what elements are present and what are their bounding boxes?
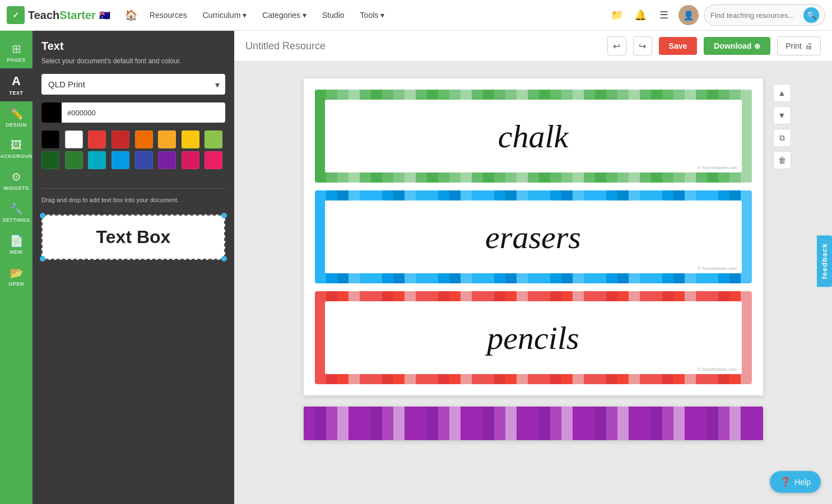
sidebar-label-background: BACKGROUND [0, 153, 36, 159]
color-palette [41, 130, 225, 169]
sidebar-item-open[interactable]: 📂 OPEN [0, 260, 32, 292]
nav-tools[interactable]: Tools ▾ [357, 8, 388, 22]
flag-icon: 🇦🇺 [99, 10, 110, 21]
handle-top-right[interactable] [221, 213, 227, 218]
color-swatch-yellow[interactable] [182, 130, 199, 148]
move-down-button[interactable]: ▼ [773, 106, 791, 124]
help-button[interactable]: ❓ Help [770, 471, 821, 493]
sidebar-icons: ⊞ PAGES A TEXT ✏️ DESIGN 🖼 BACKGROUND ⚙ … [0, 31, 32, 504]
logo[interactable]: ✓ TeachStarter 🇦🇺 [7, 6, 110, 24]
label-card-pencils: pencils © TeachStarter.com [315, 291, 752, 384]
handle-bottom-left[interactable] [40, 256, 45, 262]
save-button[interactable]: Save [659, 37, 698, 55]
sidebar-label-new: NEW [10, 249, 23, 255]
search-button[interactable]: 🔍 [803, 7, 819, 23]
sidebar-label-design: DESIGN [6, 122, 27, 128]
redo-button[interactable]: ↪ [633, 36, 652, 55]
text-box-preview[interactable]: Text Box [41, 214, 225, 260]
help-circle-icon: ❓ [780, 477, 791, 487]
sidebar-label-open: OPEN [8, 281, 24, 287]
print-icon: 🖨 [805, 41, 812, 50]
sidebar-item-text[interactable]: A TEXT [0, 68, 32, 101]
delete-button[interactable]: 🗑 [773, 151, 791, 169]
duplicate-button[interactable]: ⧉ [773, 129, 791, 147]
color-input-row [41, 102, 225, 123]
sidebar-label-text: TEXT [9, 90, 23, 96]
sidebar-item-new[interactable]: 📄 NEW [0, 228, 32, 260]
label-bg-red: pencils © TeachStarter.com [315, 291, 752, 384]
color-swatch[interactable] [41, 102, 62, 123]
color-swatch-dark-red[interactable] [111, 130, 129, 148]
feedback-tab[interactable]: feedback [817, 235, 832, 287]
panel-title: Text [41, 40, 225, 53]
color-swatch-purple[interactable] [158, 151, 176, 169]
handle-top-left[interactable] [40, 213, 45, 218]
sidebar-item-settings[interactable]: 🔧 SETTINGS [0, 197, 32, 228]
color-swatch-white[interactable] [65, 130, 83, 148]
help-label: Help [794, 478, 811, 487]
document-wrapper-1: chalk © TeachStarter.com erasers © Teach… [304, 78, 763, 395]
move-up-button[interactable]: ▲ [773, 84, 791, 102]
text-box-label: Text Box [96, 227, 171, 248]
sidebar-item-background[interactable]: 🖼 BACKGROUND [0, 133, 32, 165]
open-icon: 📂 [10, 266, 24, 279]
avatar[interactable]: 👤 [678, 5, 699, 25]
sidebar-label-settings: SETTINGS [2, 217, 30, 223]
watermark-erasers: © TeachStarter.com [698, 266, 737, 271]
logo-text: TeachStarter [28, 9, 96, 22]
color-swatch-blue[interactable] [111, 151, 129, 169]
font-select[interactable]: QLD Print Arial Comic Sans MS Times New … [41, 74, 225, 95]
color-swatch-pink[interactable] [204, 151, 222, 169]
print-button[interactable]: Print 🖨 [777, 36, 821, 55]
canvas-scroll[interactable]: chalk © TeachStarter.com erasers © Teach… [234, 62, 832, 504]
nav-resources[interactable]: Resources [146, 8, 190, 22]
handle-bottom-right[interactable] [221, 256, 227, 262]
sidebar-item-widgets[interactable]: ⚙ WIDGETS [0, 165, 32, 197]
top-navigation: ✓ TeachStarter 🇦🇺 🏠 Resources Curriculum… [0, 0, 832, 31]
new-icon: 📄 [10, 234, 24, 248]
color-swatch-amber[interactable] [158, 130, 176, 148]
color-swatch-orange[interactable] [135, 130, 153, 148]
color-swatch-teal[interactable] [88, 151, 106, 169]
canvas-toolbar: Untitled Resource ↩ ↪ Save Download ⊕ Pr… [234, 31, 832, 62]
main-area: ⊞ PAGES A TEXT ✏️ DESIGN 🖼 BACKGROUND ⚙ … [0, 31, 832, 504]
settings-icon: 🔧 [10, 202, 24, 216]
color-swatch-dark-pink[interactable] [182, 151, 199, 169]
color-swatch-indigo[interactable] [135, 151, 153, 169]
color-swatch-green[interactable] [65, 151, 83, 169]
label-bg-blue: erasers © TeachStarter.com [315, 190, 752, 283]
sidebar-item-design[interactable]: ✏️ DESIGN [0, 101, 32, 133]
background-icon: 🖼 [11, 139, 22, 152]
color-swatch-red[interactable] [88, 130, 106, 148]
nav-right-icons: 📁 🔔 ☰ 👤 🔍 [608, 4, 825, 26]
sidebar-item-pages[interactable]: ⊞ PAGES [0, 36, 32, 68]
label-inner-pencils: pencils © TeachStarter.com [325, 301, 742, 374]
canvas-area: Untitled Resource ↩ ↪ Save Download ⊕ Pr… [234, 31, 832, 504]
nav-categories[interactable]: Categories ▾ [259, 8, 310, 22]
color-hex-input[interactable] [62, 109, 225, 117]
download-label: Download [714, 41, 751, 50]
label-text-pencils: pencils [487, 319, 579, 357]
watermark-pencils: © TeachStarter.com [698, 367, 737, 372]
color-swatch-dark-green[interactable] [41, 151, 59, 169]
download-button[interactable]: Download ⊕ [704, 37, 770, 55]
bell-icon[interactable]: 🔔 [631, 6, 649, 24]
home-icon[interactable]: 🏠 [125, 9, 137, 21]
watermark-chalk: © TeachStarter.com [698, 165, 737, 170]
color-swatch-light-green[interactable] [204, 130, 222, 148]
folder-icon[interactable]: 📁 [608, 6, 626, 24]
search-input[interactable] [710, 11, 800, 20]
nav-curriculum[interactable]: Curriculum ▾ [199, 8, 250, 22]
logo-checkmark-icon: ✓ [7, 6, 25, 24]
label-text-chalk: chalk [498, 118, 569, 155]
panel-subtitle: Select your document's default font and … [41, 57, 225, 65]
sidebar-label-widgets: WIDGETS [3, 185, 29, 191]
label-text-erasers: erasers [485, 218, 581, 256]
nav-studio[interactable]: Studio [319, 8, 348, 22]
document-card-1: chalk © TeachStarter.com erasers © Teach… [304, 78, 763, 395]
color-swatch-black[interactable] [41, 130, 59, 148]
search-box: 🔍 [704, 4, 825, 26]
design-icon: ✏️ [10, 107, 24, 120]
menu-icon[interactable]: ☰ [655, 6, 673, 24]
undo-button[interactable]: ↩ [607, 36, 626, 55]
